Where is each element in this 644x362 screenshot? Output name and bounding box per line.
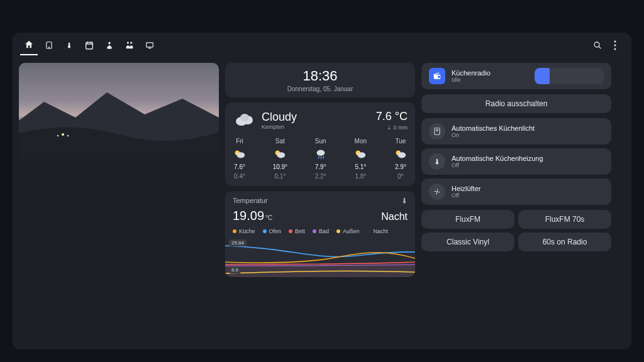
svg-line-23 [321,156,321,159]
forecast-day-icon [353,147,367,161]
forecast-high: 10.9° [273,163,287,170]
device-row[interactable]: Automatische KüchenheizungOff [421,148,611,175]
family-icon [124,40,135,50]
camera-image [19,83,219,158]
weather-location: Kempten [262,124,297,130]
radio-off-button[interactable]: Radio ausschalten [421,94,611,113]
thermometer-icon [401,196,408,205]
tab-person[interactable] [101,35,118,55]
legend-item: Nacht [367,228,389,234]
svg-point-7 [594,42,599,47]
legend-item: Außen [336,228,360,234]
device-state: Off [452,192,480,199]
svg-point-21 [316,150,325,156]
tab-family[interactable] [121,35,138,55]
svg-point-10 [614,48,616,50]
forecast-high: 5.1° [355,163,366,170]
forecast-low: 0.1° [274,173,286,180]
svg-point-5 [130,41,132,43]
forecast-high: 2.9° [395,163,406,170]
temperature-legend: KücheOfenBettBadAußenNacht [225,223,415,238]
media-player-row[interactable]: Küchenradio Idle [421,63,611,89]
weather-card[interactable]: Cloudy Kempten 7.6 °C ⇣ 0 mm Fri7.6°0.4°… [225,102,415,186]
radio-preset-button[interactable]: Classic Vinyl [421,233,514,251]
tab-thermometer[interactable] [60,35,78,55]
svg-point-13 [67,135,69,136]
forecast-day-icon [273,147,287,161]
legend-item: Ofen [263,228,282,234]
device-name: Automatische Küchenheizung [452,155,543,162]
radio-preset-label: 60s on Radio [543,238,587,246]
forecast-low: 0° [397,173,404,180]
forecast-low: 0.4° [234,173,245,180]
menu-button[interactable] [606,36,624,54]
volume-slider[interactable] [535,68,604,84]
radio-preset-button[interactable]: FluxFM [421,210,514,229]
forecast-day: Sat10.9°0.1° [273,138,287,180]
weather-precip: ⇣ 0 mm [376,124,408,131]
temperature-value: 19.09 [233,209,264,223]
forecast-day-name: Mon [355,138,367,145]
device-state: Off [452,162,543,168]
forecast-day-icon [394,147,408,161]
camera-card[interactable] [19,63,219,158]
temperature-state: Nacht [381,211,408,222]
kebab-icon [614,40,616,50]
forecast-day: Mon5.1°1.8° [353,138,367,180]
forecast-day: Tue2.9°0° [394,138,408,180]
forecast-day: Fri7.6°0.4° [233,138,247,180]
forecast-day-name: Tue [396,138,406,145]
temperature-unit: °C [265,214,272,221]
forecast-day: Sun7.9°2.2° [314,138,328,180]
nav-tabs [20,35,158,55]
temperature-card[interactable]: Temperatur 19.09 °C Nacht KücheOfenBettB… [225,191,415,277]
svg-point-9 [614,44,616,46]
person-icon [105,40,114,50]
svg-point-34 [436,191,438,192]
device-state: On [452,132,535,138]
svg-point-8 [614,40,616,42]
home-icon [24,40,34,50]
svg-line-22 [318,156,319,159]
radio-preset-label: FluxFM 70s [545,215,585,224]
tab-tablet[interactable] [40,35,58,55]
svg-rect-2 [86,42,93,49]
tv-icon [145,41,155,50]
weather-condition: Cloudy [262,111,297,124]
radio-icon [429,68,445,84]
forecast-day-name: Fri [236,138,243,145]
clock-time: 18:36 [233,68,408,84]
svg-point-4 [127,41,129,43]
bulb-panel-icon [429,123,445,140]
svg-point-16 [240,114,249,121]
device-row[interactable]: Automatisches KüchenlichtOn [421,118,611,145]
search-button[interactable] [589,36,606,54]
svg-point-18 [236,152,245,158]
radio-preset-button[interactable]: 60s on Radio [518,233,611,251]
forecast-day-name: Sat [275,138,285,145]
radio-preset-button[interactable]: FluxFM 70s [518,210,611,229]
svg-rect-6 [147,43,153,47]
device-row[interactable]: HeizlüfterOff [421,178,611,205]
tab-calendar[interactable] [80,35,98,55]
media-state: Idle [452,77,491,83]
radio-presets: FluxFMFluxFM 70sClassic Vinyl60s on Radi… [421,210,611,251]
fan-icon [429,184,445,200]
device-name: Heizlüfter [452,185,480,192]
radio-preset-label: Classic Vinyl [447,238,489,246]
chart-tag-bottom: 8.6 [229,266,241,273]
top-header [13,33,631,58]
temperature-chart: 25.84 8.6 [225,238,415,277]
temperature-title: Temperatur [233,197,268,204]
tab-tv[interactable] [141,35,158,55]
cloud-icon [233,109,255,131]
radio-preset-label: FluxFM [455,215,480,224]
radio-off-label: Radio ausschalten [486,99,548,108]
svg-point-3 [108,42,111,45]
svg-point-1 [48,47,49,48]
svg-point-12 [57,135,58,136]
svg-point-20 [277,152,286,158]
tab-home[interactable] [20,35,38,55]
svg-point-33 [436,129,438,131]
forecast-day-icon [233,147,247,161]
